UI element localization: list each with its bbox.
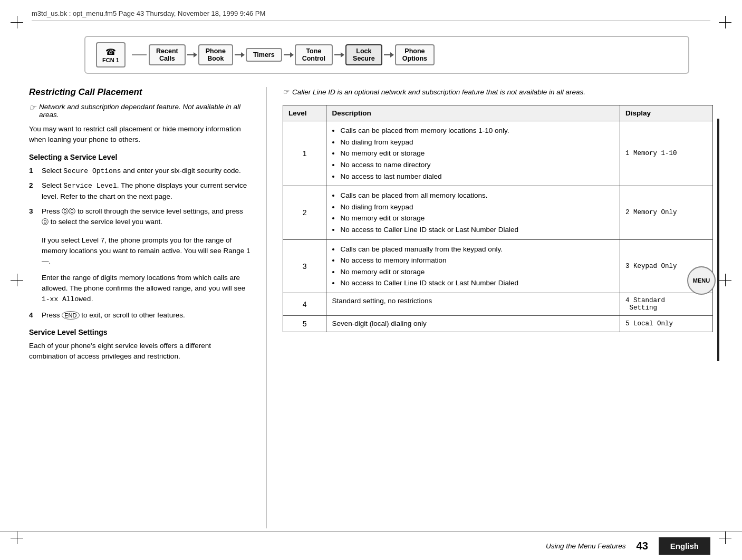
nav-options-line2: Options (402, 55, 427, 62)
col-header-description: Description (326, 105, 620, 121)
nav-arrow-3 (284, 54, 293, 55)
step-4: 4 Press END to exit, or scroll to other … (29, 310, 250, 321)
nav-recent-calls-line1: Recent (156, 47, 178, 55)
nav-phone-book-line2: Book (207, 55, 224, 62)
step-3-code: ⓪⓪ (62, 208, 75, 216)
step-1-text: Select Secure Options and enter your six… (42, 166, 241, 177)
section-title: Restricting Call Placement (29, 87, 250, 98)
step-num-4: 4 (29, 310, 37, 321)
mid-crosshair-right (719, 274, 731, 286)
bullet-item: No access to name directory (340, 159, 614, 171)
indent-text-1: If you select Level 7, the phone prompts… (42, 235, 250, 267)
description-cell-4: Standard setting, no restrictions (326, 293, 620, 315)
footer: Using the Menu Features 43 English (0, 531, 742, 560)
phone-label: FCN 1 (102, 57, 119, 63)
bullet-item: No memory edit or storage (340, 213, 614, 224)
bullet-item: No access to last number dialed (340, 171, 614, 182)
nav-lock-line2: Secure (353, 55, 375, 62)
header-text: m3td_us.bk : opt_menu.fm5 Page 43 Thursd… (32, 9, 265, 17)
table-row-2: 2Calls can be placed from all memory loc… (283, 186, 713, 239)
bullet-item: No dialing from keypad (340, 137, 614, 148)
allowed-code: 1-xx Allowed (42, 295, 91, 303)
nav-timers-label: Timers (253, 51, 275, 59)
description-cell-5: Seven-digit (local) dialing only (326, 315, 620, 332)
step-1: 1 Select Secure Options and enter your s… (29, 166, 250, 177)
steps-list: 1 Select Secure Options and enter your s… (29, 166, 250, 228)
subsection-title-1: Selecting a Service Level (29, 153, 250, 161)
navigation-bar: ☎ FCN 1 Recent Calls Phone Book Timers T… (84, 36, 689, 74)
bullet-item: No access to Caller Line ID stack or Las… (340, 224, 614, 236)
nav-connector-0 (132, 54, 147, 55)
note1-text: Network and subscription dependant featu… (39, 103, 250, 119)
footer-page-num: 43 (637, 540, 648, 552)
nav-phone-book-line1: Phone (206, 47, 226, 55)
phone-symbol: ☎ (105, 47, 116, 57)
page-header: m3td_us.bk : opt_menu.fm5 Page 43 Thursd… (32, 9, 710, 21)
level-cell-2: 2 (283, 186, 326, 239)
bullet-item: Calls can be placed manually from the ke… (340, 244, 614, 255)
level-cell-4: 4 (283, 293, 326, 315)
display-cell-5: 5 Local Only (620, 315, 712, 332)
nav-phone-options[interactable]: Phone Options (395, 44, 435, 65)
level-cell-3: 3 (283, 239, 326, 293)
subsection-title-2: Service Level Settings (29, 328, 250, 336)
bullet-item: Calls can be placed from all memory loca… (340, 190, 614, 201)
nav-recent-calls-line2: Calls (159, 55, 175, 62)
main-content: Restricting Call Placement ☞ Network and… (29, 87, 713, 528)
bullet-item: No dialing from keypad (340, 201, 614, 213)
nav-lock-line1: Lock (356, 47, 371, 55)
column-divider (266, 87, 267, 528)
step-2: 2 Select Service Level. The phone displa… (29, 180, 250, 202)
nav-tone-line2: Control (302, 55, 325, 62)
nav-arrow-1 (187, 54, 197, 55)
indent-text-2: Enter the range of digits memory locatio… (42, 273, 250, 305)
table-row-4: 4Standard setting, no restrictions4 Stan… (283, 293, 713, 315)
description-cell-1: Calls can be placed from memory location… (326, 121, 620, 186)
right-note-icon: ☞ (283, 87, 289, 98)
nav-tone-control[interactable]: Tone Control (295, 44, 333, 65)
corner-crosshair-tl (11, 16, 23, 28)
step-3-code2: ⓪ (42, 218, 49, 226)
step-num-2: 2 (29, 180, 37, 202)
mid-crosshair-left (11, 274, 23, 286)
nav-tone-line1: Tone (306, 47, 321, 55)
step-2-code: Service Level (63, 182, 117, 190)
step-2-text: Select Service Level. The phone displays… (42, 180, 250, 202)
nav-timers[interactable]: Timers (246, 48, 282, 62)
bullet-item: No memory edit or storage (340, 266, 614, 278)
bullet-item: No access to Caller Line ID stack or Las… (340, 277, 614, 289)
nav-phone-book[interactable]: Phone Book (198, 44, 233, 65)
step-3-text: Press ⓪⓪ to scroll through the service l… (42, 206, 250, 228)
bullet-item: No access to memory information (340, 255, 614, 266)
display-cell-2: 2 Memory Only (620, 186, 712, 239)
menu-button-label: MENU (693, 277, 710, 284)
right-accent-bar (717, 119, 719, 361)
left-column: Restricting Call Placement ☞ Network and… (29, 87, 250, 528)
display-cell-4: 4 Standard Setting (620, 293, 712, 315)
step-4-text: Press END to exit, or scroll to other fe… (42, 310, 185, 321)
nav-recent-calls[interactable]: Recent Calls (149, 44, 186, 65)
description-cell-2: Calls can be placed from all memory loca… (326, 186, 620, 239)
table-row-5: 5Seven-digit (local) dialing only5 Local… (283, 315, 713, 332)
menu-button[interactable]: MENU (687, 266, 716, 295)
col-header-display: Display (620, 105, 712, 121)
step-num-3: 3 (29, 206, 37, 228)
nav-arrow-4 (334, 54, 344, 55)
right-note: ☞ Caller Line ID is an optional network … (283, 87, 713, 98)
step-1-code: Secure Options (63, 167, 121, 175)
nav-lock-secure[interactable]: Lock Secure (345, 44, 382, 65)
phone-icon: ☎ FCN 1 (96, 42, 126, 67)
description-cell-3: Calls can be placed manually from the ke… (326, 239, 620, 293)
bullet-item: No memory edit or storage (340, 148, 614, 159)
bullet-item: Calls can be placed from memory location… (340, 125, 614, 137)
end-button-icon: END (62, 311, 79, 320)
level-cell-1: 1 (283, 121, 326, 186)
step-num-1: 1 (29, 166, 37, 177)
footer-label: Using the Menu Features (546, 542, 626, 550)
note-icon-1: ☞ (29, 103, 36, 119)
nav-options-line1: Phone (404, 47, 425, 55)
nav-arrow-2 (235, 54, 244, 55)
step-3: 3 Press ⓪⓪ to scroll through the service… (29, 206, 250, 228)
display-cell-1: 1 Memory 1-10 (620, 121, 712, 186)
step4-list: 4 Press END to exit, or scroll to other … (29, 310, 250, 321)
